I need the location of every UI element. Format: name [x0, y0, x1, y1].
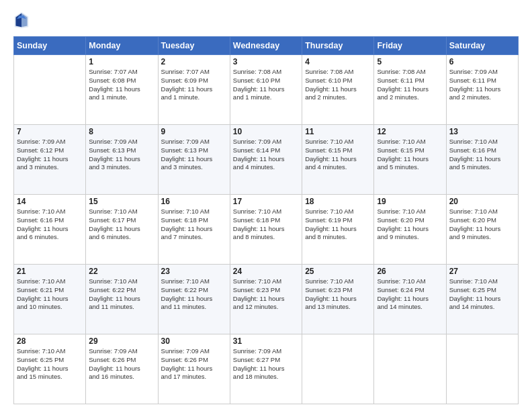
calendar-cell: 26Sunrise: 7:10 AM Sunset: 6:24 PM Dayli… — [374, 265, 446, 334]
calendar-cell: 19Sunrise: 7:10 AM Sunset: 6:20 PM Dayli… — [374, 195, 446, 265]
day-number: 16 — [161, 197, 227, 206]
calendar-cell: 5Sunrise: 7:08 AM Sunset: 6:11 PM Daylig… — [374, 55, 446, 125]
calendar-cell: 1Sunrise: 7:07 AM Sunset: 6:08 PM Daylig… — [86, 55, 158, 125]
calendar-cell: 25Sunrise: 7:10 AM Sunset: 6:23 PM Dayli… — [302, 265, 374, 334]
day-info: Sunrise: 7:10 AM Sunset: 6:15 PM Dayligh… — [377, 138, 443, 172]
day-number: 1 — [89, 57, 154, 66]
day-number: 4 — [305, 57, 371, 66]
calendar-cell: 3Sunrise: 7:08 AM Sunset: 6:10 PM Daylig… — [230, 55, 302, 125]
day-info: Sunrise: 7:08 AM Sunset: 6:11 PM Dayligh… — [377, 68, 443, 102]
day-number: 20 — [449, 197, 515, 206]
day-info: Sunrise: 7:08 AM Sunset: 6:10 PM Dayligh… — [233, 68, 299, 102]
day-number: 7 — [17, 127, 83, 136]
day-info: Sunrise: 7:10 AM Sunset: 6:25 PM Dayligh… — [449, 277, 515, 312]
day-number: 31 — [233, 336, 299, 346]
calendar-table: SundayMondayTuesdayWednesdayThursdayFrid… — [13, 36, 519, 404]
calendar-cell: 12Sunrise: 7:10 AM Sunset: 6:15 PM Dayli… — [374, 125, 446, 195]
day-info: Sunrise: 7:10 AM Sunset: 6:17 PM Dayligh… — [89, 208, 154, 242]
calendar-cell: 27Sunrise: 7:10 AM Sunset: 6:25 PM Dayli… — [446, 265, 518, 334]
logo-icon — [13, 11, 30, 30]
svg-marker-1 — [21, 13, 28, 28]
day-number: 9 — [161, 127, 227, 136]
day-number: 15 — [89, 197, 154, 206]
calendar-week-4: 21Sunrise: 7:10 AM Sunset: 6:21 PM Dayli… — [14, 265, 519, 334]
header-cell-saturday: Saturday — [446, 37, 518, 55]
day-number: 28 — [17, 336, 83, 346]
header — [13, 11, 519, 30]
day-info: Sunrise: 7:09 AM Sunset: 6:27 PM Dayligh… — [233, 347, 299, 381]
calendar-cell: 15Sunrise: 7:10 AM Sunset: 6:17 PM Dayli… — [86, 195, 158, 265]
calendar-cell: 9Sunrise: 7:09 AM Sunset: 6:13 PM Daylig… — [158, 125, 230, 195]
day-info: Sunrise: 7:09 AM Sunset: 6:13 PM Dayligh… — [89, 138, 154, 172]
calendar-cell: 10Sunrise: 7:09 AM Sunset: 6:14 PM Dayli… — [230, 125, 302, 195]
day-number: 27 — [449, 267, 515, 276]
day-info: Sunrise: 7:10 AM Sunset: 6:19 PM Dayligh… — [305, 208, 371, 242]
day-number: 14 — [17, 197, 83, 206]
day-number: 2 — [161, 57, 227, 66]
calendar-cell: 6Sunrise: 7:09 AM Sunset: 6:11 PM Daylig… — [446, 55, 518, 125]
day-info: Sunrise: 7:10 AM Sunset: 6:18 PM Dayligh… — [161, 208, 227, 242]
day-number: 11 — [305, 127, 371, 136]
day-number: 29 — [89, 336, 154, 346]
day-info: Sunrise: 7:10 AM Sunset: 6:23 PM Dayligh… — [233, 277, 299, 312]
calendar-cell — [14, 55, 86, 125]
day-info: Sunrise: 7:10 AM Sunset: 6:23 PM Dayligh… — [305, 277, 371, 312]
day-info: Sunrise: 7:10 AM Sunset: 6:18 PM Dayligh… — [233, 208, 299, 242]
day-info: Sunrise: 7:09 AM Sunset: 6:26 PM Dayligh… — [161, 347, 227, 381]
calendar-cell: 30Sunrise: 7:09 AM Sunset: 6:26 PM Dayli… — [158, 334, 230, 404]
day-info: Sunrise: 7:10 AM Sunset: 6:16 PM Dayligh… — [449, 138, 515, 172]
header-cell-wednesday: Wednesday — [230, 37, 302, 55]
calendar-cell: 23Sunrise: 7:10 AM Sunset: 6:22 PM Dayli… — [158, 265, 230, 334]
calendar-week-2: 7Sunrise: 7:09 AM Sunset: 6:12 PM Daylig… — [14, 125, 519, 195]
day-info: Sunrise: 7:10 AM Sunset: 6:15 PM Dayligh… — [305, 138, 371, 172]
calendar-week-3: 14Sunrise: 7:10 AM Sunset: 6:16 PM Dayli… — [14, 195, 519, 265]
day-info: Sunrise: 7:10 AM Sunset: 6:21 PM Dayligh… — [17, 277, 83, 312]
calendar-cell: 31Sunrise: 7:09 AM Sunset: 6:27 PM Dayli… — [230, 334, 302, 404]
calendar-cell: 14Sunrise: 7:10 AM Sunset: 6:16 PM Dayli… — [14, 195, 86, 265]
day-info: Sunrise: 7:09 AM Sunset: 6:13 PM Dayligh… — [161, 138, 227, 172]
calendar-cell: 16Sunrise: 7:10 AM Sunset: 6:18 PM Dayli… — [158, 195, 230, 265]
day-number: 5 — [377, 57, 443, 66]
calendar-cell: 13Sunrise: 7:10 AM Sunset: 6:16 PM Dayli… — [446, 125, 518, 195]
day-number: 24 — [233, 267, 299, 276]
day-number: 6 — [449, 57, 515, 66]
calendar-cell: 18Sunrise: 7:10 AM Sunset: 6:19 PM Dayli… — [302, 195, 374, 265]
day-info: Sunrise: 7:07 AM Sunset: 6:08 PM Dayligh… — [89, 68, 154, 102]
day-number: 19 — [377, 197, 443, 206]
calendar-week-1: 1Sunrise: 7:07 AM Sunset: 6:08 PM Daylig… — [14, 55, 519, 125]
day-number: 30 — [161, 336, 227, 346]
calendar-cell: 20Sunrise: 7:10 AM Sunset: 6:20 PM Dayli… — [446, 195, 518, 265]
logo — [13, 11, 32, 30]
calendar-cell: 2Sunrise: 7:07 AM Sunset: 6:09 PM Daylig… — [158, 55, 230, 125]
header-cell-tuesday: Tuesday — [158, 37, 230, 55]
calendar-cell: 8Sunrise: 7:09 AM Sunset: 6:13 PM Daylig… — [86, 125, 158, 195]
page: SundayMondayTuesdayWednesdayThursdayFrid… — [0, 0, 532, 411]
day-number: 26 — [377, 267, 443, 276]
day-info: Sunrise: 7:09 AM Sunset: 6:26 PM Dayligh… — [89, 347, 154, 381]
day-info: Sunrise: 7:10 AM Sunset: 6:24 PM Dayligh… — [377, 277, 443, 312]
calendar-cell: 29Sunrise: 7:09 AM Sunset: 6:26 PM Dayli… — [86, 334, 158, 404]
calendar-cell: 28Sunrise: 7:10 AM Sunset: 6:25 PM Dayli… — [14, 334, 86, 404]
day-number: 25 — [305, 267, 371, 276]
day-info: Sunrise: 7:09 AM Sunset: 6:12 PM Dayligh… — [17, 138, 83, 172]
header-row: SundayMondayTuesdayWednesdayThursdayFrid… — [14, 37, 519, 55]
day-info: Sunrise: 7:08 AM Sunset: 6:10 PM Dayligh… — [305, 68, 371, 102]
day-number: 13 — [449, 127, 515, 136]
day-info: Sunrise: 7:09 AM Sunset: 6:14 PM Dayligh… — [233, 138, 299, 172]
calendar-cell: 21Sunrise: 7:10 AM Sunset: 6:21 PM Dayli… — [14, 265, 86, 334]
header-cell-sunday: Sunday — [14, 37, 86, 55]
day-number: 8 — [89, 127, 154, 136]
day-info: Sunrise: 7:10 AM Sunset: 6:25 PM Dayligh… — [17, 347, 83, 381]
calendar-body: 1Sunrise: 7:07 AM Sunset: 6:08 PM Daylig… — [14, 55, 519, 404]
day-info: Sunrise: 7:07 AM Sunset: 6:09 PM Dayligh… — [161, 68, 227, 102]
day-info: Sunrise: 7:10 AM Sunset: 6:22 PM Dayligh… — [89, 277, 154, 312]
calendar-cell: 11Sunrise: 7:10 AM Sunset: 6:15 PM Dayli… — [302, 125, 374, 195]
day-info: Sunrise: 7:10 AM Sunset: 6:20 PM Dayligh… — [449, 208, 515, 242]
day-info: Sunrise: 7:10 AM Sunset: 6:16 PM Dayligh… — [17, 208, 83, 242]
day-number: 3 — [233, 57, 299, 66]
day-number: 23 — [161, 267, 227, 276]
day-number: 22 — [89, 267, 154, 276]
calendar-cell: 22Sunrise: 7:10 AM Sunset: 6:22 PM Dayli… — [86, 265, 158, 334]
calendar-cell — [446, 334, 518, 404]
calendar-cell: 24Sunrise: 7:10 AM Sunset: 6:23 PM Dayli… — [230, 265, 302, 334]
